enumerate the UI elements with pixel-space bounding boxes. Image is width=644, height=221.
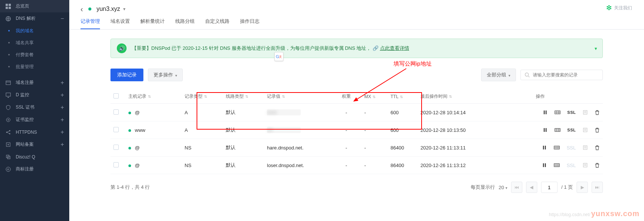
first-page-button[interactable]: ⏮ [511, 182, 522, 193]
sidebar-item-dmonitor[interactable]: D 监控+ [0, 89, 69, 101]
expand-icon[interactable]: + [61, 129, 64, 136]
select-all-checkbox[interactable] [113, 93, 119, 99]
table-row[interactable]: @ NS 默认 loser.dnspod.net. - - 86400 2020… [110, 157, 603, 174]
content: 🔊 【重要】DNSPod 已于 2020-12-15 针对 DNS 服务器地址进… [69, 30, 644, 193]
pager-info: 第 1-4 行，共 4 行 [110, 184, 150, 191]
group-filter-button[interactable]: 全部分组 [481, 69, 516, 81]
page-input[interactable] [541, 182, 558, 193]
breadcrumb: ‹ yun3.xyz ▾ [69, 0, 644, 18]
view-button[interactable] [554, 145, 560, 150]
sidebar-sub-batch[interactable]: 批量管理 [0, 61, 69, 73]
host-record: @ [135, 163, 140, 168]
ssl-button[interactable]: SSL [566, 145, 576, 151]
tab-line-group[interactable]: 线路分组 [175, 18, 195, 29]
note-button[interactable] [583, 163, 588, 168]
tab-domain-settings[interactable]: 域名设置 [110, 18, 130, 29]
tab-custom-line[interactable]: 自定义线路 [205, 18, 230, 29]
shield-icon [5, 105, 11, 110]
pause-button[interactable] [543, 127, 548, 133]
sidebar-item-dns[interactable]: DNS 解析 − [0, 12, 69, 25]
ssl-button[interactable]: SSL [567, 110, 576, 115]
sort-icon[interactable]: ⇅ [245, 94, 248, 99]
view-button[interactable] [555, 110, 561, 115]
sort-icon[interactable]: ⇅ [373, 95, 376, 99]
row-checkbox[interactable] [113, 127, 119, 132]
pause-button[interactable] [542, 163, 547, 168]
pause-button[interactable] [543, 110, 548, 115]
next-page-button[interactable]: ▶ [577, 182, 588, 193]
tabs: 记录管理 域名设置 解析量统计 线路分组 自定义线路 操作日志 [69, 18, 644, 30]
delete-button[interactable] [595, 163, 600, 168]
row-checkbox[interactable] [113, 162, 119, 167]
ssl-button[interactable]: SSL [566, 163, 576, 168]
tab-records[interactable]: 记录管理 [80, 18, 100, 29]
back-icon[interactable]: ‹ [80, 5, 83, 13]
google-translate-icon[interactable]: G文 [274, 52, 283, 61]
row-checkbox[interactable] [113, 145, 119, 150]
sort-icon[interactable]: ⇅ [449, 94, 452, 99]
table-row[interactable]: @ NS 默认 hare.dnspod.net. - - 86400 2020-… [110, 139, 603, 157]
add-record-button[interactable]: 添加记录 [110, 69, 143, 81]
ttl: 86400 [388, 157, 417, 174]
expand-icon[interactable]: + [61, 141, 64, 148]
svg-text:R: R [7, 168, 9, 171]
chevron-down-icon [508, 72, 510, 78]
note-button[interactable] [583, 110, 588, 115]
search-box[interactable] [520, 70, 603, 80]
prev-page-button[interactable]: ◀ [526, 182, 537, 193]
delete-button[interactable] [595, 127, 600, 133]
sidebar-item-httpdns[interactable]: HTTPDNS+ [0, 126, 69, 138]
host-record: @ [135, 145, 140, 151]
sidebar-sub-mydomains[interactable]: 我的域名 [0, 25, 69, 37]
expand-icon[interactable]: + [61, 104, 64, 111]
note-button[interactable] [583, 127, 588, 133]
delete-button[interactable] [595, 110, 600, 115]
tab-oplog[interactable]: 操作日志 [240, 18, 259, 29]
ssl-button[interactable]: SSL [567, 128, 576, 132]
sidebar-sub-paid[interactable]: 付费套餐 [0, 49, 69, 61]
row-checkbox[interactable] [113, 109, 119, 115]
search-input[interactable] [533, 72, 599, 78]
sort-icon[interactable]: ⇅ [148, 94, 151, 99]
notice-link[interactable]: 点此查看详情 [380, 45, 409, 51]
sort-icon[interactable]: ⇅ [204, 94, 207, 99]
delete-button[interactable] [595, 145, 600, 150]
chevron-down-icon [175, 72, 177, 78]
sidebar-item-discuz[interactable]: Discuz! Q [0, 151, 69, 163]
record-type: NS [182, 157, 223, 174]
view-button[interactable] [555, 127, 561, 133]
sidebar-item-trademark[interactable]: R 商标注册 [0, 163, 69, 175]
sort-icon[interactable]: ⇅ [282, 94, 285, 99]
table-row[interactable]: @ A 默认 xxxx - - 600 2020-12-28 10:14:14 … [110, 104, 603, 121]
expand-icon[interactable]: + [61, 116, 64, 123]
sort-icon[interactable]: ⇅ [400, 95, 403, 99]
expand-icon[interactable]: + [61, 79, 64, 86]
svg-rect-48 [543, 163, 544, 167]
mx: - [361, 121, 388, 139]
pause-button[interactable] [542, 145, 547, 150]
main: ❇ 关注我们 ‹ yun3.xyz ▾ 记录管理 域名设置 解析量统计 线路分组… [69, 0, 644, 221]
note-button[interactable] [583, 145, 588, 150]
more-ops-button[interactable]: 更多操作 [148, 69, 183, 81]
sidebar-sub-share[interactable]: 域名共享 [0, 37, 69, 49]
sidebar-item-domain-reg[interactable]: 域名注册+ [0, 76, 69, 89]
wechat-follow[interactable]: ❇ 关注我们 [606, 4, 632, 12]
collapse-icon[interactable]: − [61, 15, 64, 22]
tab-stats[interactable]: 解析量统计 [140, 18, 165, 29]
sidebar-item-certmon[interactable]: 证书监控+ [0, 113, 69, 126]
sidebar-item-ssl[interactable]: SSL 证书+ [0, 101, 69, 113]
expand-icon[interactable]: + [61, 92, 64, 99]
status-dot [128, 112, 131, 114]
last-page-button[interactable]: ⏭ [592, 182, 603, 193]
sidebar-item-beian[interactable]: 网站备案+ [0, 138, 69, 151]
per-page-select[interactable]: 20 [499, 185, 507, 190]
status-dot [128, 147, 131, 149]
view-button[interactable] [554, 163, 560, 168]
sidebar-item-overview[interactable]: 总览页 [0, 0, 69, 12]
ttl: 86400 [388, 139, 417, 157]
chevron-down-icon[interactable]: ▾ [595, 46, 597, 51]
svg-rect-1 [9, 4, 11, 6]
weight: - [331, 157, 361, 174]
table-row[interactable]: www A 默认 14 - - 600 2020-12-28 10:13:50 … [110, 121, 603, 139]
dropdown-icon[interactable]: ▾ [123, 6, 125, 12]
